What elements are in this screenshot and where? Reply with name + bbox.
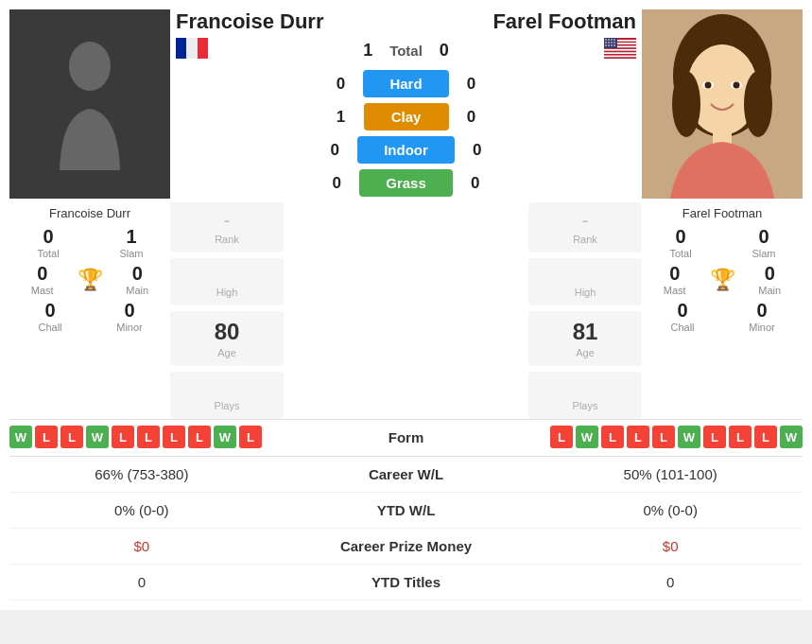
- stat-row: $0Career Prize Money$0: [9, 529, 803, 565]
- left-player-info-name: Francoise Durr: [13, 206, 166, 220]
- stat-right-value: $0: [538, 538, 803, 554]
- indoor-button[interactable]: Indoor: [357, 136, 455, 164]
- left-chall-label: Chall: [13, 322, 87, 333]
- svg-point-32: [734, 82, 740, 89]
- form-pill: L: [652, 426, 675, 448]
- left-main-stat: 0 Main: [109, 263, 167, 296]
- svg-point-28: [744, 71, 772, 137]
- main-container: Francoise Durr Farel Footman 1 Total: [0, 0, 812, 610]
- svg-rect-2: [186, 38, 198, 59]
- left-total-count: 1: [363, 41, 372, 61]
- svg-point-31: [705, 82, 712, 89]
- right-main-value: 0: [741, 263, 800, 285]
- right-total-value: 0: [646, 226, 716, 248]
- left-plays-label: Plays: [174, 400, 280, 411]
- right-main-label: Main: [741, 285, 800, 296]
- indoor-left-count: 0: [325, 141, 344, 160]
- clay-button[interactable]: Clay: [364, 103, 449, 131]
- left-high-label: High: [174, 287, 280, 298]
- form-pill: W: [214, 426, 236, 448]
- left-high-value: [174, 266, 280, 285]
- right-chall-value: 0: [646, 300, 719, 322]
- form-pill: L: [137, 426, 160, 448]
- left-player-photo: [9, 9, 170, 199]
- svg-point-17: [608, 42, 610, 44]
- right-minor-stat: 0 Minor: [725, 300, 799, 333]
- clay-left-count: 1: [332, 108, 351, 127]
- form-pill: L: [112, 426, 134, 448]
- right-age-panel: 81 Age: [528, 311, 642, 366]
- clay-right-count: 0: [462, 108, 481, 127]
- right-form-pills: LWLLLWLLLW: [550, 426, 803, 448]
- grass-button[interactable]: Grass: [359, 169, 453, 197]
- surface-row-grass: 0 Grass 0: [176, 169, 636, 197]
- top-area: Francoise Durr Farel Footman 1 Total: [9, 9, 803, 199]
- right-high-label: High: [532, 287, 638, 298]
- form-pill: L: [163, 426, 185, 448]
- left-mast-stat: 0 Mast: [13, 263, 72, 296]
- form-pill: L: [601, 426, 624, 448]
- right-rank-panel: - Rank: [528, 202, 642, 252]
- left-age-value: 80: [174, 319, 280, 345]
- left-mast-value: 0: [13, 263, 72, 285]
- left-stat-panels: - Rank High 80 Age Plays: [170, 202, 284, 419]
- svg-point-15: [613, 39, 615, 41]
- surface-row-indoor: 0 Indoor 0: [176, 136, 636, 164]
- left-slam-label: Slam: [96, 248, 166, 259]
- left-high-panel: High: [170, 258, 284, 305]
- center-top: Francoise Durr Farel Footman 1 Total: [170, 9, 642, 197]
- hard-button[interactable]: Hard: [363, 70, 448, 97]
- indoor-right-count: 0: [468, 141, 487, 160]
- left-slam-value: 1: [96, 226, 166, 248]
- form-pill: W: [9, 426, 32, 448]
- stat-left-value: 0: [9, 574, 274, 590]
- stat-label: YTD Titles: [274, 574, 539, 590]
- right-total-label: Total: [646, 248, 716, 259]
- form-pill: L: [627, 426, 649, 448]
- right-mast-value: 0: [646, 263, 704, 285]
- svg-rect-10: [604, 56, 636, 58]
- form-pill: L: [239, 426, 262, 448]
- form-label: Form: [389, 429, 424, 445]
- grass-left-count: 0: [327, 174, 346, 193]
- right-main-stat: 0 Main: [741, 263, 800, 296]
- right-player-info-name: Farel Footman: [646, 206, 799, 220]
- svg-point-0: [69, 42, 111, 91]
- left-plays-value: [174, 379, 280, 398]
- total-row: 1 Total 0: [363, 41, 449, 61]
- right-mast-label: Mast: [646, 285, 704, 296]
- right-mast-stat: 0 Mast: [646, 263, 704, 296]
- svg-point-22: [611, 44, 613, 46]
- hard-left-count: 0: [331, 75, 350, 94]
- left-total-label: Total: [13, 248, 83, 259]
- left-minor-stat: 0 Minor: [93, 300, 166, 333]
- stat-row: 66% (753-380)Career W/L50% (101-100): [9, 457, 803, 493]
- form-pill: W: [576, 426, 598, 448]
- names-row: Francoise Durr Farel Footman: [176, 9, 636, 34]
- left-chall-value: 0: [13, 300, 87, 322]
- right-slam-stat: 0 Slam: [729, 226, 799, 259]
- form-pill: L: [60, 426, 83, 448]
- left-slam-stat: 1 Slam: [96, 226, 166, 259]
- grass-right-count: 0: [466, 174, 485, 193]
- svg-rect-3: [198, 38, 208, 59]
- right-player-photo: [642, 9, 803, 199]
- left-mast-label: Mast: [13, 285, 72, 296]
- left-player-block: Francoise Durr 0 Total 1 Slam 0 Mast 🏆: [9, 202, 170, 419]
- form-pill: W: [678, 426, 700, 448]
- stat-row: 0% (0-0)YTD W/L0% (0-0): [9, 493, 803, 529]
- stat-label: Career W/L: [274, 466, 539, 482]
- flags-total-row: 1 Total 0: [176, 38, 636, 62]
- total-label: Total: [389, 43, 423, 59]
- stat-right-value: 0% (0-0): [538, 502, 803, 518]
- left-minor-label: Minor: [93, 322, 166, 333]
- form-pill: L: [35, 426, 58, 448]
- svg-point-20: [605, 44, 607, 46]
- stat-label: YTD W/L: [274, 502, 539, 518]
- right-flag: [604, 38, 636, 62]
- left-main-label: Main: [109, 285, 167, 296]
- right-total-stat: 0 Total: [646, 226, 716, 259]
- right-plays-panel: Plays: [528, 372, 642, 419]
- right-chall-label: Chall: [646, 322, 719, 333]
- stat-left-value: 0% (0-0): [9, 502, 274, 518]
